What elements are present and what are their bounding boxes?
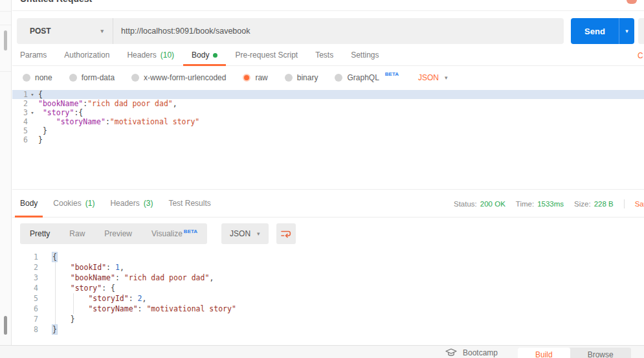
line-number: 1 — [12, 252, 38, 262]
radio-raw[interactable]: raw — [243, 73, 267, 82]
response-tab-headers[interactable]: Headers(3) — [110, 190, 153, 217]
tab-label: Cookies — [53, 199, 81, 208]
wrap-text-button[interactable] — [276, 223, 296, 244]
code-line-2[interactable]: 2 "bookId": 1, — [12, 262, 644, 273]
beta-badge: BETA — [385, 71, 399, 77]
response-tab-test-results[interactable]: Test Results — [168, 190, 210, 217]
radio-none[interactable]: none — [23, 73, 52, 82]
radio-icon — [69, 74, 77, 82]
tab-label: Headers — [110, 199, 139, 208]
browse-tab[interactable]: Browse — [570, 348, 631, 358]
view-raw[interactable]: Raw — [60, 229, 94, 238]
line-number: 6 — [12, 304, 38, 314]
code-text: } — [38, 135, 43, 144]
fold-spacer — [28, 135, 37, 144]
save-response-link[interactable]: Save R — [635, 200, 644, 208]
code-line-8[interactable]: 8} — [12, 324, 644, 335]
url-bar: POST ▾ — [17, 18, 564, 44]
cookies-count: (1) — [85, 199, 95, 208]
language-label: JSON — [230, 229, 250, 238]
bootcamp-button[interactable]: Bootcamp — [445, 348, 498, 357]
tab-label: Pre-request Script — [235, 50, 298, 60]
line-number: 5 — [12, 126, 28, 135]
tab-pre-request-script[interactable]: Pre-request Script — [235, 45, 298, 65]
tab-params[interactable]: Params — [20, 45, 47, 65]
code-line-7[interactable]: 7 } — [12, 314, 644, 324]
scrollbar-thumb[interactable] — [4, 316, 7, 335]
scrollbar-thumb[interactable] — [4, 30, 7, 50]
radio-icon — [23, 74, 30, 82]
response-meta: Status:200 OK Time:1533ms Size:228 B Sav… — [454, 199, 644, 208]
fold-spacer — [38, 314, 47, 324]
save-button[interactable] — [638, 18, 644, 44]
fold-spacer — [38, 283, 47, 293]
radio-binary[interactable]: binary — [285, 73, 318, 82]
indent-guide — [55, 262, 56, 324]
code-text: "bookId": 1, — [52, 262, 124, 273]
response-language-select[interactable]: JSON ▾ — [221, 223, 269, 244]
request-body-editor[interactable]: 1▾{2"bookName":"rich dad poor dad",3▾ "s… — [12, 89, 644, 189]
postman-app-window: { "title": "Untitled Request", "request"… — [0, 0, 644, 358]
method-select[interactable]: POST ▾ — [17, 27, 113, 36]
time-badge: Time:1533ms — [516, 200, 564, 208]
fold-spacer — [38, 293, 47, 304]
code-line-4[interactable]: 4 "storyName":"motivational story" — [12, 117, 644, 126]
view-pretty[interactable]: Pretty — [20, 229, 60, 238]
tab-label: Tests — [315, 50, 333, 60]
response-toolbar: Pretty Raw Preview VisualizeBETA JSON ▾ — [12, 218, 644, 250]
code-text: } — [52, 314, 75, 324]
line-gutter: 6 — [12, 135, 38, 144]
tab-body[interactable]: Body — [192, 45, 217, 65]
fold-toggle-icon[interactable]: ▾ — [28, 90, 37, 99]
page-title: Untitled Request — [20, 0, 644, 5]
radio-form-data[interactable]: form-data — [69, 73, 115, 82]
tab-label: Test Results — [168, 199, 210, 208]
url-input[interactable] — [113, 27, 564, 36]
code-text: "bookName":"rich dad poor dad", — [38, 99, 177, 108]
code-line-3[interactable]: 3 "bookName": "rich dad poor dad", — [12, 273, 644, 283]
code-line-1[interactable]: 1▾{ — [12, 90, 644, 99]
response-tab-body[interactable]: Body — [20, 190, 38, 217]
code-text: "storyName":"motivational story" — [38, 117, 199, 126]
line-gutter: 3▾ — [12, 108, 38, 117]
sidebar-rail — [0, 0, 12, 345]
code-text: } — [38, 126, 47, 135]
tab-label: Authorization — [64, 50, 109, 60]
radio-graphql[interactable]: GraphQLBETA — [335, 73, 399, 82]
tab-label: Params — [20, 50, 47, 60]
code-line-6[interactable]: 6} — [12, 135, 644, 144]
code-line-5[interactable]: 5 } — [12, 126, 644, 135]
view-preview[interactable]: Preview — [94, 229, 142, 238]
code-text: { — [38, 90, 43, 99]
build-tab[interactable]: Build — [518, 348, 570, 358]
radio-label: GraphQL — [347, 73, 379, 82]
line-gutter: 4 — [12, 117, 38, 126]
code-line-3[interactable]: 3▾ "story":{ — [12, 108, 644, 117]
line-number: 2 — [12, 262, 38, 273]
code-line-5[interactable]: 5 "storyId": 2, — [12, 293, 644, 304]
tab-headers[interactable]: Headers(10) — [127, 45, 174, 65]
tab-tests[interactable]: Tests — [315, 45, 333, 65]
send-button[interactable]: Send — [571, 18, 619, 44]
body-language-select[interactable]: JSON▾ — [418, 73, 448, 82]
fold-toggle-icon[interactable]: ▾ — [28, 108, 37, 117]
send-options-button[interactable]: ▾ — [619, 18, 634, 44]
chevron-down-icon: ▾ — [625, 28, 628, 34]
code-line-2[interactable]: 2"bookName":"rich dad poor dad", — [12, 99, 644, 108]
cookies-link[interactable]: C — [638, 51, 643, 60]
line-gutter: 4 — [12, 283, 52, 293]
radio-x-www-form-urlencoded[interactable]: x-www-form-urlencoded — [131, 73, 226, 82]
fold-spacer — [28, 117, 37, 126]
response-body-editor[interactable]: 1{2 "bookId": 1,3 "bookName": "rich dad … — [12, 250, 644, 336]
fold-spacer — [38, 273, 47, 283]
view-visualize[interactable]: VisualizeBETA — [142, 229, 207, 238]
code-line-1[interactable]: 1{ — [12, 252, 644, 262]
tab-settings[interactable]: Settings — [351, 45, 379, 65]
body-set-dot — [213, 53, 217, 58]
code-line-4[interactable]: 4 "story": { — [12, 283, 644, 293]
tab-authorization[interactable]: Authorization — [64, 45, 109, 65]
method-label: POST — [30, 27, 51, 36]
response-tab-cookies[interactable]: Cookies(1) — [53, 190, 94, 217]
code-line-6[interactable]: 6 "storyName": "motivational story" — [12, 304, 644, 314]
tab-label: Settings — [351, 50, 379, 60]
